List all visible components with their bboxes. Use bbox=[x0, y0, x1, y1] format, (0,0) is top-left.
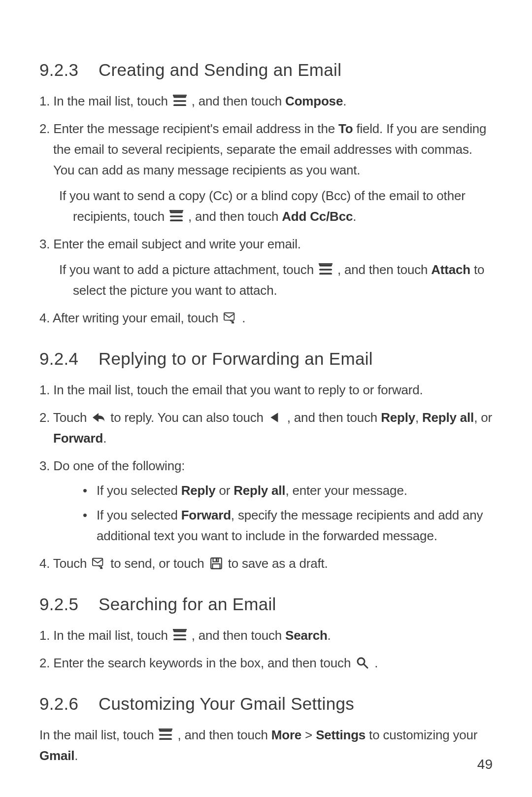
step-note: If you want to add a picture attachment,… bbox=[73, 259, 493, 301]
menu-icon bbox=[319, 263, 332, 276]
send-icon bbox=[223, 312, 237, 324]
bullet-item: If you selected Forward, specify the mes… bbox=[83, 505, 493, 546]
step: 1. In the mail list, touch , and then to… bbox=[39, 91, 493, 111]
back-icon bbox=[268, 411, 282, 424]
step: 3. Do one of the following: If you selec… bbox=[39, 455, 493, 546]
paragraph-9-2-6: In the mail list, touch , and then touch… bbox=[39, 725, 493, 766]
section-title: Replying to or Forwarding an Email bbox=[99, 349, 373, 368]
section-title: Searching for an Email bbox=[99, 594, 276, 614]
step: 1. In the mail list, touch , and then to… bbox=[39, 625, 493, 646]
menu-icon bbox=[173, 629, 187, 642]
step: 3. Enter the email subject and write you… bbox=[39, 234, 493, 301]
section-number: 9.2.6 bbox=[39, 694, 94, 714]
step: 2. Enter the message recipient's email a… bbox=[39, 118, 493, 227]
heading-9-2-6: 9.2.6 Customizing Your Gmail Settings bbox=[39, 694, 493, 714]
menu-icon bbox=[159, 728, 172, 741]
section-title: Creating and Sending an Email bbox=[99, 60, 341, 79]
bullet-list: If you selected Reply or Reply all, ente… bbox=[83, 480, 493, 546]
save-icon bbox=[209, 557, 223, 570]
section-number: 9.2.5 bbox=[39, 594, 94, 614]
reply-icon bbox=[92, 411, 105, 424]
section-number: 9.2.4 bbox=[39, 349, 94, 369]
search-icon bbox=[356, 657, 369, 669]
bullet-item: If you selected Reply or Reply all, ente… bbox=[83, 480, 493, 501]
document-page: 9.2.3 Creating and Sending an Email 1. I… bbox=[0, 0, 532, 797]
step: 4. Touch to send, or touch to save as a … bbox=[39, 553, 493, 574]
heading-9-2-3: 9.2.3 Creating and Sending an Email bbox=[39, 60, 493, 80]
step: 2. Enter the search keywords in the box,… bbox=[39, 653, 493, 673]
steps-9-2-5: 1. In the mail list, touch , and then to… bbox=[39, 625, 493, 673]
menu-icon bbox=[173, 95, 187, 107]
step: 2. Touch to reply. You can also touch , … bbox=[39, 407, 493, 449]
step: 1. In the mail list, touch the email tha… bbox=[39, 380, 493, 400]
section-title: Customizing Your Gmail Settings bbox=[99, 694, 354, 713]
steps-9-2-4: 1. In the mail list, touch the email tha… bbox=[39, 380, 493, 574]
page-number: 49 bbox=[477, 757, 493, 772]
steps-9-2-3: 1. In the mail list, touch , and then to… bbox=[39, 91, 493, 328]
section-number: 9.2.3 bbox=[39, 60, 94, 80]
heading-9-2-4: 9.2.4 Replying to or Forwarding an Email bbox=[39, 349, 493, 369]
menu-icon bbox=[169, 210, 183, 223]
heading-9-2-5: 9.2.5 Searching for an Email bbox=[39, 594, 493, 614]
step-note: If you want to send a copy (Cc) or a bli… bbox=[73, 185, 493, 227]
step: 4. After writing your email, touch . bbox=[39, 308, 493, 328]
send-icon bbox=[92, 557, 105, 570]
